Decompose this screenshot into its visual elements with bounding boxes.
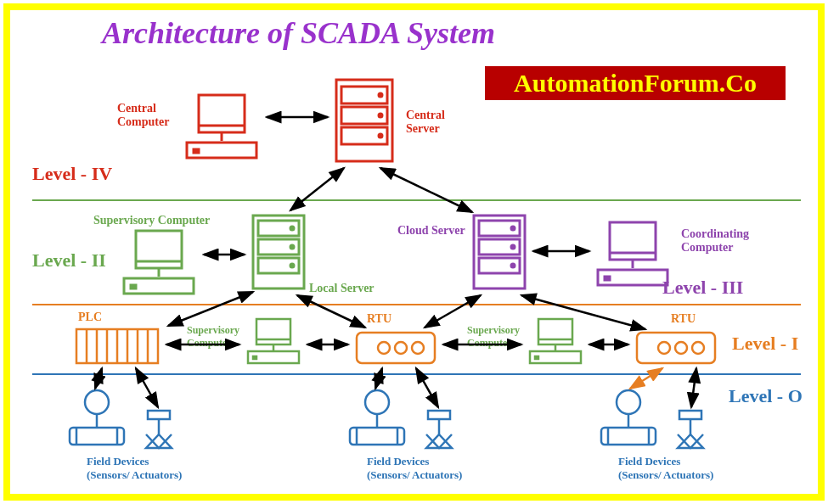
- svg-rect-35: [605, 277, 610, 280]
- svg-point-26: [511, 227, 515, 230]
- svg-point-23: [290, 264, 294, 267]
- svg-point-7: [379, 93, 382, 97]
- cloud-server-label: Cloud Server: [397, 224, 465, 238]
- separator-l1-top: [32, 304, 801, 305]
- coordinating-label: Coordinating Computer: [681, 227, 749, 255]
- svg-point-11: [379, 134, 382, 137]
- svg-rect-4: [194, 149, 199, 153]
- svg-point-69: [365, 390, 389, 414]
- svg-point-51: [395, 342, 407, 354]
- diagram-title: Architecture of SCADA System: [102, 15, 495, 51]
- supervisory-computer2-icon: [528, 317, 583, 365]
- svg-point-9: [379, 114, 382, 117]
- rtu2-icon: [635, 331, 717, 365]
- central-computer-icon: [185, 93, 258, 160]
- local-server-label: Local Server: [309, 282, 375, 295]
- central-server-label: Central Server: [406, 109, 445, 136]
- level-3-label: Level - III: [662, 277, 743, 299]
- svg-rect-71: [350, 428, 404, 445]
- svg-point-19: [290, 227, 294, 230]
- svg-point-21: [290, 245, 294, 249]
- svg-rect-64: [70, 428, 124, 445]
- level-1-label: Level - I: [732, 333, 798, 355]
- svg-point-30: [511, 264, 515, 267]
- field-devices2-icon: [346, 387, 482, 453]
- svg-rect-16: [131, 285, 136, 288]
- coordinating-computer-icon: [596, 221, 669, 287]
- supervisory-computer-l2-icon: [122, 229, 195, 295]
- svg-rect-17: [253, 216, 304, 288]
- rtu1-icon: [355, 331, 437, 365]
- field3-label: Field Devices (Sensors/ Actuators): [618, 455, 713, 482]
- level-4-label: Level - IV: [32, 163, 112, 185]
- svg-rect-81: [679, 411, 701, 419]
- svg-point-59: [658, 342, 670, 354]
- svg-rect-78: [601, 428, 656, 445]
- svg-rect-24: [474, 216, 525, 288]
- svg-rect-57: [535, 356, 538, 359]
- svg-rect-74: [428, 411, 450, 419]
- svg-point-52: [412, 342, 424, 354]
- svg-rect-67: [148, 411, 170, 419]
- svg-point-76: [617, 390, 640, 414]
- svg-rect-44: [256, 319, 290, 344]
- central-computer-label: Central Computer: [117, 102, 169, 129]
- svg-point-50: [378, 342, 390, 354]
- local-server-icon: [251, 214, 306, 290]
- plc-icon: [75, 328, 160, 365]
- svg-rect-48: [253, 356, 256, 359]
- supervisory-computer1-icon: [246, 317, 301, 365]
- separator-l0-top: [32, 373, 801, 375]
- rtu1-label: RTU: [367, 312, 391, 326]
- supervisory-l2-label: Supervisory Computer: [93, 214, 210, 227]
- rtu2-label: RTU: [671, 312, 696, 326]
- level-0-label: Level - O: [729, 385, 803, 407]
- supervisory2-label: Supervisory Computer: [467, 324, 520, 350]
- level-2-label: Level - II: [32, 249, 106, 272]
- cloud-server-icon: [472, 214, 527, 290]
- svg-point-60: [675, 342, 687, 354]
- field2-label: Field Devices (Sensors/ Actuators): [367, 455, 462, 482]
- supervisory1-label: Supervisory Computer: [187, 324, 239, 350]
- plc-label: PLC: [78, 311, 102, 324]
- separator-l2-top: [32, 199, 801, 201]
- svg-point-28: [511, 245, 515, 249]
- svg-rect-5: [336, 80, 392, 161]
- site-banner: AutomationForum.Co: [485, 66, 786, 100]
- field-devices1-icon: [66, 387, 202, 453]
- svg-point-62: [85, 390, 109, 414]
- field-devices3-icon: [598, 387, 734, 453]
- central-server-icon: [335, 78, 394, 163]
- field1-label: Field Devices (Sensors/ Actuators): [87, 455, 182, 482]
- svg-rect-53: [538, 319, 572, 344]
- svg-point-61: [692, 342, 704, 354]
